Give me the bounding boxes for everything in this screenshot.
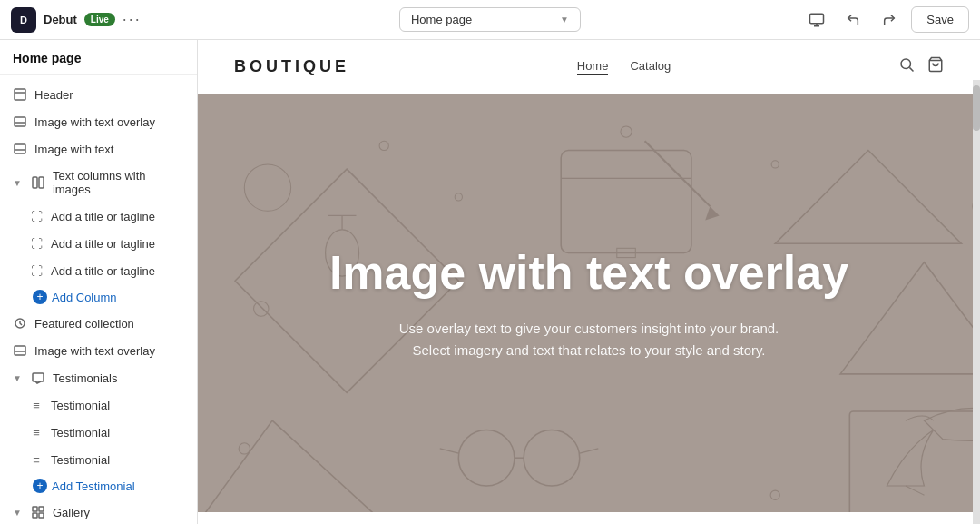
main-area: Home page Header Image with text overlay xyxy=(0,40,980,524)
add-testimonial-button[interactable]: + Add Testimonial xyxy=(0,473,197,499)
svg-rect-5 xyxy=(15,117,25,126)
sidebar-item-header[interactable]: Header xyxy=(0,81,197,108)
save-button[interactable]: Save xyxy=(911,6,969,33)
sidebar-item-text-columns[interactable]: ▼ Text columns with images xyxy=(0,163,197,203)
svg-rect-14 xyxy=(33,373,44,381)
text-columns-icon xyxy=(31,175,45,190)
cart-icon[interactable] xyxy=(927,56,944,77)
add-testimonial-label: Add Testimonial xyxy=(52,480,135,493)
sidebar-item-image-text-overlay-2[interactable]: Image with text overlay xyxy=(0,337,197,364)
hero-section: Image with text overlay Use overlay text… xyxy=(198,94,980,512)
sidebar-item-testimonial-1-label: Testimonial xyxy=(51,399,110,412)
store-icons xyxy=(898,56,944,77)
svg-rect-12 xyxy=(15,346,25,355)
svg-rect-17 xyxy=(33,513,37,518)
gallery-icon xyxy=(31,505,45,519)
svg-point-19 xyxy=(901,59,911,69)
sidebar-item-featured-collection[interactable]: Featured collection xyxy=(0,310,197,337)
desktop-view-button[interactable] xyxy=(802,5,831,35)
add-column-circle-icon: + xyxy=(33,290,47,304)
page-selector[interactable]: Home page ▼ xyxy=(399,7,581,32)
sidebar-item-col-2[interactable]: ⛶ Add a title or tagline xyxy=(0,230,197,257)
sidebar-item-featured-collection-label: Featured collection xyxy=(34,317,134,331)
sidebar-item-testimonial-2-label: Testimonial xyxy=(51,426,110,440)
store-header: BOUTIQUE Home Catalog xyxy=(198,40,980,94)
app-icon: D xyxy=(11,7,36,33)
add-testimonial-circle-icon: + xyxy=(33,479,47,493)
collapse-arrow-gallery[interactable]: ▼ xyxy=(13,508,22,518)
col-corner-icon-1: ⛶ xyxy=(29,209,44,223)
page-selector-chevron-icon: ▼ xyxy=(560,15,569,25)
store-logo: BOUTIQUE xyxy=(234,57,349,76)
col-corner-icon-3: ⛶ xyxy=(29,263,44,278)
sidebar-item-col-1-label: Add a title or tagline xyxy=(51,210,155,223)
page-selector-label: Home page xyxy=(411,13,472,26)
app-name: Debut xyxy=(44,13,77,26)
svg-rect-9 xyxy=(33,177,37,188)
undo-button[interactable] xyxy=(838,5,867,35)
sidebar-item-testimonial-2[interactable]: ≡ Testimonial xyxy=(0,419,197,446)
sidebar-item-image-text-overlay-1-label: Image with text overlay xyxy=(34,115,155,129)
testimonial-dash-icon-3: ≡ xyxy=(29,452,44,467)
sidebar-item-testimonial-1[interactable]: ≡ Testimonial xyxy=(0,391,197,419)
sidebar-item-testimonial-3-label: Testimonial xyxy=(51,453,110,467)
svg-rect-10 xyxy=(39,177,44,188)
sidebar-item-image-text[interactable]: Image with text xyxy=(0,135,197,163)
image-text-icon xyxy=(13,142,27,156)
preview-inner[interactable]: BOUTIQUE Home Catalog xyxy=(198,40,980,524)
add-column-button[interactable]: + Add Column xyxy=(0,284,197,310)
topbar: D Debut Live ··· Home page ▼ Save xyxy=(0,0,980,40)
sidebar-item-image-text-overlay-2-label: Image with text overlay xyxy=(34,344,155,358)
sidebar-item-col-2-label: Add a title or tagline xyxy=(51,237,155,251)
redo-button[interactable] xyxy=(875,5,904,35)
testimonial-dash-icon-2: ≡ xyxy=(29,425,44,440)
svg-rect-15 xyxy=(33,507,37,511)
svg-line-20 xyxy=(909,67,913,71)
sidebar-item-col-1[interactable]: ⛶ Add a title or tagline xyxy=(0,203,197,230)
testimonial-dash-icon-1: ≡ xyxy=(29,398,44,412)
hero-subtitle-line1: Use overlay text to give your customers … xyxy=(329,318,848,340)
more-options-button[interactable]: ··· xyxy=(122,10,142,29)
search-icon[interactable] xyxy=(898,56,915,77)
svg-rect-18 xyxy=(39,513,44,518)
featured-collection-icon xyxy=(13,316,27,331)
svg-rect-7 xyxy=(15,144,25,153)
preview-scrollbar-thumb xyxy=(973,85,980,131)
collapse-arrow-text-columns[interactable]: ▼ xyxy=(13,178,22,188)
desktop-icon xyxy=(808,12,825,28)
sidebar-item-image-text-overlay-1[interactable]: Image with text overlay xyxy=(0,108,197,135)
sidebar-item-testimonials-label: Testimonials xyxy=(53,371,118,385)
redo-icon xyxy=(882,13,897,27)
sidebar-scroll[interactable]: Header Image with text overlay Image wit… xyxy=(0,75,197,524)
sidebar-item-gallery[interactable]: ▼ Gallery xyxy=(0,499,197,524)
image-overlay-icon-2 xyxy=(13,343,27,358)
col-corner-icon-2: ⛶ xyxy=(29,236,44,251)
sidebar-item-testimonials[interactable]: ▼ Testimonials xyxy=(0,364,197,391)
sidebar-item-image-text-label: Image with text xyxy=(34,143,113,156)
collapse-arrow-testimonials[interactable]: ▼ xyxy=(13,373,22,383)
topbar-right: Save xyxy=(656,5,969,35)
topbar-center: Home page ▼ xyxy=(333,7,646,32)
topbar-left: D Debut Live ··· xyxy=(11,7,324,33)
hero-title: Image with text overlay xyxy=(329,245,848,300)
preview-area: BOUTIQUE Home Catalog xyxy=(198,40,980,524)
sidebar-item-col-3-label: Add a title or tagline xyxy=(51,264,155,278)
svg-rect-0 xyxy=(810,14,824,24)
hero-content: Image with text overlay Use overlay text… xyxy=(311,209,867,398)
live-badge: Live xyxy=(84,13,115,26)
sidebar-item-gallery-label: Gallery xyxy=(53,506,90,519)
sidebar-title: Home page xyxy=(0,40,197,75)
nav-home[interactable]: Home xyxy=(577,59,609,75)
sidebar: Home page Header Image with text overlay xyxy=(0,40,198,524)
svg-rect-16 xyxy=(39,507,44,511)
hero-subtitle-line2: Select imagery and text that relates to … xyxy=(329,340,848,361)
nav-catalog[interactable]: Catalog xyxy=(630,59,671,75)
svg-rect-3 xyxy=(15,89,25,100)
sidebar-item-text-columns-label: Text columns with images xyxy=(53,169,184,196)
header-icon xyxy=(13,87,27,102)
add-column-label: Add Column xyxy=(52,291,117,304)
sidebar-item-col-3[interactable]: ⛶ Add a title or tagline xyxy=(0,257,197,284)
sidebar-item-header-label: Header xyxy=(34,88,74,102)
sidebar-item-testimonial-3[interactable]: ≡ Testimonial xyxy=(0,446,197,473)
preview-scrollbar[interactable] xyxy=(973,80,980,524)
